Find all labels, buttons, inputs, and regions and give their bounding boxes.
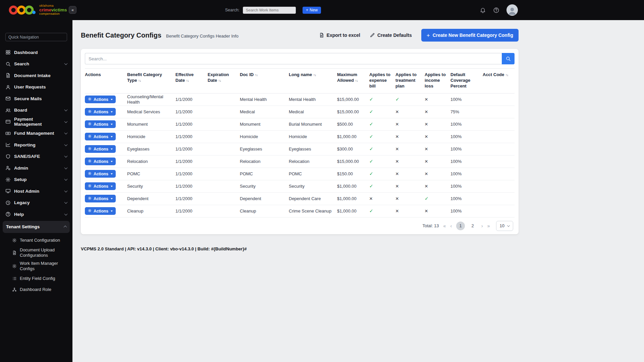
sidebar-subitem-dashboard-role[interactable]: Dashboard Role [0,284,72,295]
user-avatar[interactable] [506,4,518,16]
column-header-acct-code[interactable]: Acct Code ↑↓ [483,72,515,78]
sidebar-item-board[interactable]: Board [0,105,72,116]
cell-maximum-allowed: $1,000.00 [337,134,369,139]
sidebar-item-label: Help [14,212,24,217]
row-actions-button[interactable]: Actions [85,158,116,165]
sidebar-item-payment-management[interactable]: Payment Management [0,116,72,128]
sidebar-subitem-document-upload-configurations[interactable]: Document Upload Configurations [0,246,72,260]
first-page-button[interactable]: « [443,223,446,229]
x-icon: × [425,121,428,127]
check-icon: ✓ [369,109,373,114]
brand-wordmark: oklahoma crimevictims compensation [39,4,67,15]
column-header-long-name[interactable]: Long name ↑↓ [289,72,337,78]
help-button[interactable] [493,7,499,13]
x-icon: × [395,208,399,214]
sidebar-item-setup[interactable]: Setup [0,174,72,186]
cell-long-name: Security [289,184,337,189]
gear-icon [88,172,92,176]
page-button-1[interactable]: 1 [456,222,465,230]
page-subtitle: Benefit Category Configs Header Info [166,34,238,39]
table-search-button[interactable] [502,53,515,64]
column-header-expiration-date[interactable]: Expiration Date ↑↓ [208,72,240,83]
column-header-benefit-category-type[interactable]: Benefit Category Type ↑↓ [127,72,175,83]
sidebar-item-legacy[interactable]: Legacy [0,197,72,209]
host-admin-icon [5,188,11,194]
previous-page-button[interactable]: ‹ [450,223,452,229]
chevron-down-icon [65,167,67,169]
cell-long-name: Homicide [289,134,337,139]
row-actions-button[interactable]: Actions [85,207,116,215]
column-header-maximum-allowed[interactable]: Maximum Allowed ↑↓ [337,72,369,83]
sidebar-subitem-tenant-configuration[interactable]: Tenant Configuration [0,235,72,246]
export-to-excel-button[interactable]: Export to excel [319,33,360,38]
row-actions-button[interactable]: Actions [85,133,116,140]
x-icon: × [425,133,428,140]
sidebar-item-fund-management[interactable]: Fund Management [0,128,72,139]
main-content: Benefit Category Configs Benefit Categor… [72,20,644,362]
cell-applies-expense-bill: ✓ [369,134,395,139]
sidebar-item-secure-mails[interactable]: Secure Mails [0,93,72,105]
question-circle-icon [493,7,499,13]
work-items-search-input[interactable] [243,7,296,14]
column-header-doc-id[interactable]: Doc ID ↑↓ [240,72,289,78]
last-page-button[interactable]: » [487,223,490,229]
sidebar-item-host-admin[interactable]: Host Admin [0,185,72,197]
cell-doc-id: Relocation [240,159,289,164]
row-actions-button[interactable]: Actions [85,96,116,103]
sidebar-item-help[interactable]: Help [0,208,72,220]
sidebar-item-label: Fund Management [14,131,54,136]
sidebar-item-sane-safe[interactable]: SANE/SAFE [0,151,72,163]
cell-applies-income-loss: × [425,97,450,103]
row-actions-button[interactable]: Actions [85,120,116,128]
column-header-effective-date[interactable]: Effective Date ↑↓ [175,72,208,83]
table-search-input[interactable] [85,53,502,64]
sort-icon[interactable]: ↑↓ [138,79,141,82]
notifications-button[interactable] [480,7,486,13]
row-actions-button[interactable]: Actions [85,195,116,202]
sidebar-item-search[interactable]: Search [0,58,72,70]
sort-icon[interactable]: ↑↓ [505,73,508,77]
page-button-2[interactable]: 2 [468,222,477,230]
sidebar-subitem-work-item-manager-configs[interactable]: Work Item Manager Configs [0,259,72,273]
sidebar-item-tenant-settings[interactable]: Tenant Settings [3,221,70,233]
cell-applies-income-loss: × [425,121,450,127]
new-button[interactable]: +New [303,7,321,14]
sidebar-item-reporting[interactable]: Reporting [0,139,72,151]
column-header-default-coverage-percent: Default Coverage Percent [450,72,483,89]
quick-navigation-input[interactable] [5,33,67,41]
row-actions-button[interactable]: Actions [85,170,116,178]
sidebar-subitem-label: Entity Field Config [20,276,55,281]
admin-icon [5,165,11,171]
caret-down-icon [111,136,113,137]
sidebar-item-document-intake[interactable]: Document Intake [0,70,72,81]
chevron-down-icon [65,144,67,146]
next-page-button[interactable]: › [481,223,483,229]
cell-doc-id: Cleanup [240,208,289,214]
sort-icon[interactable]: ↑↓ [186,79,189,82]
page-size-select[interactable]: 10 [496,221,513,231]
sidebar-subitem-entity-field-config[interactable]: Entity Field Config [0,273,72,284]
cell-benefit-category-type: Cleanup [127,208,175,214]
create-defaults-button[interactable]: Create Defaults [370,33,412,38]
cell-applies-treatment-plan: × [395,183,425,189]
sidebar-item-user-requests[interactable]: User Requests [0,81,72,93]
sort-icon[interactable]: ↑↓ [355,79,358,82]
brand-logo: oklahoma crimevictims compensation [0,4,72,16]
sidebar-subitem-label: Document Upload Configurations [20,247,64,258]
cell-applies-treatment-plan: × [395,208,425,214]
doc-upload-icon [12,250,17,255]
row-actions-button[interactable]: Actions [85,145,116,153]
row-actions-button[interactable]: Actions [85,182,116,190]
create-new-benefit-category-config-button[interactable]: +Create New Benefit Category Config [421,29,519,42]
sort-icon[interactable]: ↑↓ [255,73,258,77]
sidebar-collapse-button[interactable]: « [69,6,76,14]
dashboard-role-icon [12,287,17,292]
sidebar-item-dashboard[interactable]: Dashboard [0,47,72,58]
cell-applies-treatment-plan: × [395,159,425,165]
sidebar-item-admin[interactable]: Admin [0,162,72,174]
cell-doc-id: Eyeglasses [240,146,289,152]
sort-icon[interactable]: ↑↓ [313,73,316,77]
row-actions-button[interactable]: Actions [85,108,116,116]
sort-icon[interactable]: ↑↓ [218,79,221,82]
cell-default-coverage-percent: 75% [450,109,483,115]
